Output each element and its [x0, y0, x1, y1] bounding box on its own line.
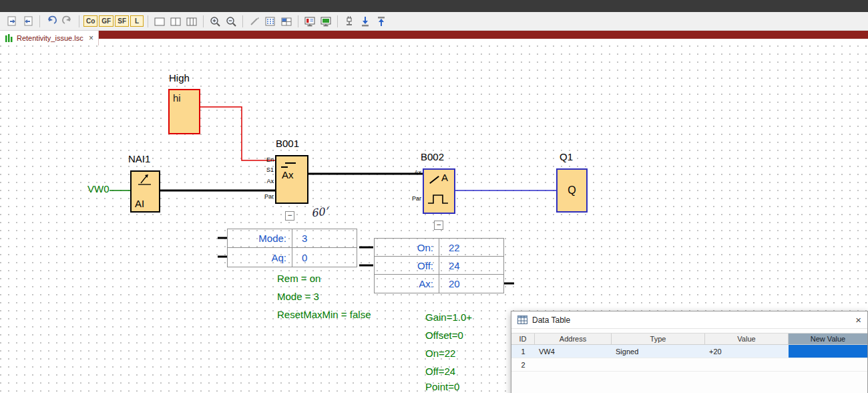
param-box-b001[interactable]: Mode: 3 Aq: 0 [227, 229, 357, 267]
block-b002-text: A [441, 172, 448, 183]
tab-close-icon[interactable]: × [89, 34, 93, 42]
cell-value [705, 358, 789, 371]
annotation: Rem = on [277, 273, 320, 284]
mode-sf-button[interactable]: SF [115, 15, 129, 27]
block-b001[interactable]: Ax [275, 155, 308, 204]
block-label-b001: B001 [276, 138, 299, 149]
block-hi[interactable]: hi [168, 89, 200, 134]
mode-l-button[interactable]: L [130, 15, 144, 27]
param-label: Mode: [228, 229, 292, 247]
pin-b001-ax: Ax [259, 178, 274, 184]
editor-page-icon-2[interactable] [21, 14, 35, 29]
cursor-text: 60’ [310, 205, 329, 220]
data-table-header: ID Address Type Value New Value [511, 333, 867, 345]
block-q1-text: Q [568, 184, 576, 196]
block-b001-text: Ax [282, 169, 294, 180]
editor-page-icon-1[interactable] [5, 14, 19, 29]
param-row: Aq: 0 [228, 248, 357, 267]
draw-connection-icon[interactable] [247, 14, 262, 29]
diagram-canvas[interactable]: High hi NAI1 VW0 AI B001 En S1 Ax Par Ax… [0, 45, 868, 393]
cell-type [612, 358, 705, 371]
tab-retentivity-issue[interactable]: Retentivity_issue.lsc × [0, 31, 99, 45]
param-value[interactable]: 0 [292, 248, 357, 267]
param-label: Off: [375, 257, 439, 274]
pin-b001-s1: S1 [259, 166, 274, 173]
annotation: ResetMaxMin = false [277, 309, 371, 320]
titlebar [0, 0, 868, 12]
zoom-out-icon[interactable] [224, 14, 238, 29]
redo-icon[interactable] [60, 14, 75, 29]
window-single-icon[interactable] [152, 14, 167, 29]
cell-id: 1 [511, 345, 535, 358]
cell-grid-icon[interactable] [279, 14, 294, 29]
halftone-grid-icon[interactable] [263, 14, 278, 29]
collapse-b002-button[interactable]: − [434, 221, 443, 230]
window-split3-icon[interactable] [184, 14, 199, 29]
cell-address: VW4 [535, 345, 612, 358]
block-label-high: High [169, 72, 190, 84]
block-hi-text: hi [173, 92, 181, 104]
param-row: Mode: 3 [228, 229, 357, 248]
toolbar-separator [203, 15, 204, 27]
cell-value: +20 [705, 345, 789, 358]
block-q1[interactable]: Q [556, 168, 588, 213]
column-header-value[interactable]: Value [705, 334, 789, 344]
param-value[interactable]: 22 [439, 239, 503, 256]
block-ai[interactable]: AI [130, 170, 160, 213]
toolbar-separator [298, 15, 298, 27]
simulation-icon[interactable] [302, 14, 317, 29]
tab-bar: Retentivity_issue.lsc × [0, 31, 868, 45]
online-test-icon[interactable] [318, 14, 333, 29]
cell-type: Signed [612, 345, 705, 358]
table-row[interactable]: 2 [511, 358, 867, 372]
toolbar-separator [39, 15, 40, 27]
mode-gf-button[interactable]: GF [99, 15, 114, 27]
annotation: On=22 [425, 348, 455, 359]
block-label-nai1: NAI1 [128, 153, 150, 164]
pin-b001-en: En [259, 156, 274, 163]
param-value[interactable]: 24 [439, 257, 503, 274]
data-table-titlebar[interactable]: Data Table × [511, 311, 867, 329]
annotation: Off=24 [425, 366, 455, 377]
param-label: Ax: [375, 275, 439, 293]
toolbar-separator [148, 15, 148, 27]
param-label: Aq: [228, 248, 292, 267]
block-label-q1: Q1 [560, 151, 573, 162]
column-header-new-value[interactable]: New Value [789, 334, 867, 344]
zoom-in-icon[interactable] [208, 14, 222, 29]
download-device-icon[interactable] [358, 14, 373, 29]
cell-address [535, 358, 612, 371]
table-icon [517, 315, 527, 324]
cell-new-value-selected[interactable] [789, 345, 867, 358]
param-value[interactable]: 20 [439, 275, 503, 293]
operand-vw0[interactable]: VW0 [87, 183, 110, 194]
toolbar: Co GF SF L [0, 12, 868, 31]
cell-new-value[interactable] [789, 358, 867, 371]
block-ai-text: AI [135, 198, 144, 209]
wire-hi-to-b001-en[interactable] [200, 107, 275, 160]
toolbar-separator [337, 15, 338, 27]
param-box-b002[interactable]: On: 22 Off: 24 Ax: 20 [374, 238, 504, 293]
column-header-id[interactable]: ID [511, 334, 535, 344]
window-split2-icon[interactable] [168, 14, 183, 29]
block-label-b002: B002 [421, 151, 444, 162]
cell-id: 2 [511, 358, 535, 371]
interface-icon[interactable] [342, 14, 357, 29]
param-value[interactable]: 3 [292, 229, 357, 247]
param-row: Off: 24 [375, 257, 503, 275]
block-b002[interactable]: A [423, 168, 455, 214]
mode-co-button[interactable]: Co [83, 15, 97, 27]
maxmin-symbol-icon [281, 166, 288, 168]
analog-symbol-icon [137, 174, 153, 187]
app-window: Co GF SF L [0, 0, 868, 393]
table-row[interactable]: 1 VW4 Signed +20 [511, 345, 867, 358]
undo-icon[interactable] [44, 14, 59, 29]
annotation: Mode = 3 [277, 291, 319, 302]
collapse-b001-button[interactable]: − [285, 211, 294, 221]
column-header-type[interactable]: Type [612, 334, 705, 344]
data-table-window: Data Table × ID Address Type Value New V… [511, 311, 868, 393]
upload-device-icon[interactable] [374, 14, 389, 29]
close-icon[interactable]: × [855, 315, 861, 325]
toolbar-separator [79, 15, 79, 27]
column-header-address[interactable]: Address [535, 334, 612, 344]
